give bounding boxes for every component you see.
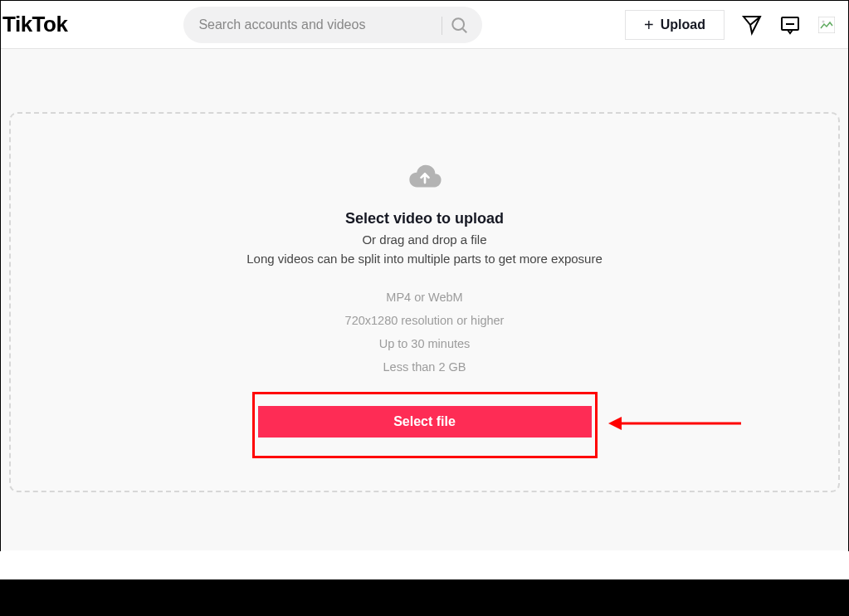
send-icon[interactable] [741, 14, 763, 36]
upload-spec: Up to 30 minutes [379, 337, 471, 350]
svg-point-5 [822, 20, 824, 22]
select-file-button[interactable]: Select file [258, 406, 592, 438]
search-icon[interactable] [451, 17, 469, 35]
search-container [183, 7, 482, 43]
footer-gap [0, 551, 849, 579]
upload-title: Select video to upload [345, 210, 504, 227]
upload-spec: MP4 or WebM [386, 291, 462, 304]
search-divider [442, 17, 442, 35]
upload-label: Upload [661, 17, 705, 32]
svg-point-0 [453, 18, 465, 30]
upload-subtitle: Or drag and drop a file [362, 232, 486, 247]
inbox-icon[interactable] [779, 14, 801, 36]
header-right: + Upload [625, 10, 835, 40]
upload-button[interactable]: + Upload [625, 10, 725, 40]
upload-spec: 720x1280 resolution or higher [345, 314, 505, 327]
cloud-upload-icon [407, 164, 443, 190]
upload-spec: Less than 2 GB [383, 360, 466, 374]
annotation-arrow-icon [608, 411, 741, 439]
svg-line-1 [463, 28, 467, 32]
header: TikTok + Upload [1, 1, 848, 49]
bottom-bar [0, 579, 849, 616]
plus-icon: + [644, 17, 654, 33]
svg-marker-7 [608, 417, 622, 430]
search-input[interactable] [183, 7, 482, 43]
avatar[interactable] [817, 12, 835, 37]
logo[interactable]: TikTok [2, 12, 67, 37]
content-area: Select video to upload Or drag and drop … [1, 49, 848, 550]
annotation-highlight: Select file [252, 392, 598, 458]
upload-info: Long videos can be split into multiple p… [246, 252, 603, 266]
